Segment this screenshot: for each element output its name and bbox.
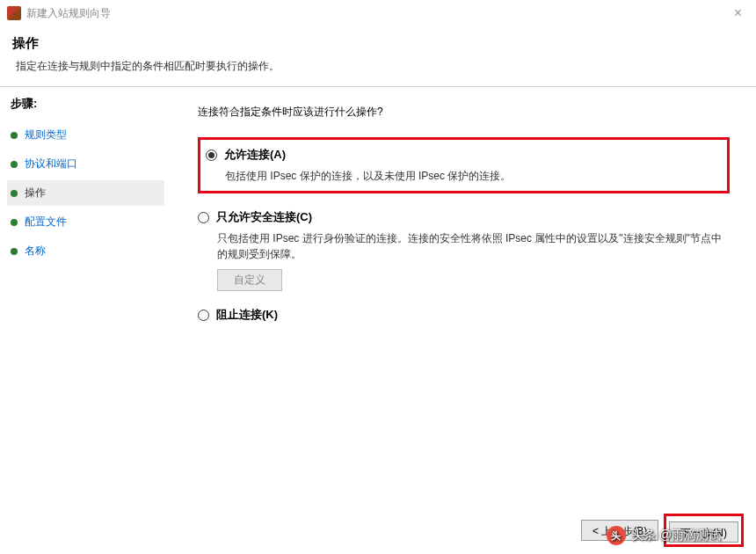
- sidebar-item-label: 名称: [25, 244, 46, 259]
- customize-button: 自定义: [217, 269, 282, 291]
- bullet-icon: [11, 190, 18, 197]
- steps-sidebar: 步骤: 规则类型 协议和端口 操作 配置文件 名称: [0, 87, 171, 518]
- option-description: 包括使用 IPsec 保护的连接，以及未使用 IPsec 保护的连接。: [225, 168, 722, 184]
- bullet-icon: [11, 132, 18, 139]
- next-button[interactable]: 下一步(N): [669, 521, 738, 543]
- radio-secure[interactable]: [198, 212, 209, 223]
- option-description: 只包括使用 IPsec 进行身份验证的连接。连接的安全性将依照 IPsec 属性…: [217, 230, 730, 262]
- bullet-icon: [11, 248, 18, 255]
- radio-label: 阻止连接(K): [216, 307, 278, 323]
- sidebar-item-label: 协议和端口: [25, 157, 77, 171]
- sidebar-item-name[interactable]: 名称: [7, 238, 164, 264]
- sidebar-item-label: 配置文件: [25, 215, 67, 230]
- page-subtitle: 指定在连接与规则中指定的条件相匹配时要执行的操作。: [16, 59, 744, 74]
- sidebar-title: 步骤:: [7, 96, 164, 112]
- bullet-icon: [11, 161, 18, 168]
- page-title: 操作: [12, 35, 744, 52]
- option-allow-connection[interactable]: 允许连接(A) 包括使用 IPsec 保护的连接，以及未使用 IPsec 保护的…: [198, 137, 730, 193]
- sidebar-item-label: 规则类型: [25, 128, 67, 142]
- next-highlight-box: 下一步(N): [664, 514, 744, 547]
- close-icon[interactable]: ×: [727, 5, 749, 21]
- sidebar-item-label: 操作: [25, 186, 46, 200]
- wizard-content: 连接符合指定条件时应该进行什么操作? 允许连接(A) 包括使用 IPsec 保护…: [171, 87, 756, 518]
- titlebar: 新建入站规则向导 ×: [0, 0, 756, 26]
- sidebar-item-profile[interactable]: 配置文件: [7, 209, 164, 235]
- option-block-connection[interactable]: 阻止连接(K): [198, 307, 730, 323]
- option-allow-secure[interactable]: 只允许安全连接(C) 只包括使用 IPsec 进行身份验证的连接。连接的安全性将…: [198, 209, 730, 291]
- sidebar-item-protocol-port[interactable]: 协议和端口: [7, 151, 164, 177]
- wizard-header: 操作 指定在连接与规则中指定的条件相匹配时要执行的操作。: [0, 26, 756, 87]
- radio-allow[interactable]: [206, 149, 217, 161]
- back-button[interactable]: < 上一步(B): [581, 520, 658, 541]
- sidebar-item-rule-type[interactable]: 规则类型: [7, 122, 164, 148]
- radio-label: 只允许安全连接(C): [216, 209, 312, 225]
- window-title: 新建入站规则向导: [26, 6, 111, 21]
- wizard-footer: < 上一步(B) 下一步(N): [581, 514, 744, 547]
- radio-label: 允许连接(A): [224, 147, 286, 163]
- radio-block[interactable]: [198, 310, 209, 321]
- app-icon: [7, 6, 21, 20]
- sidebar-item-action[interactable]: 操作: [7, 180, 164, 206]
- bullet-icon: [11, 219, 18, 226]
- content-question: 连接符合指定条件时应该进行什么操作?: [198, 105, 730, 120]
